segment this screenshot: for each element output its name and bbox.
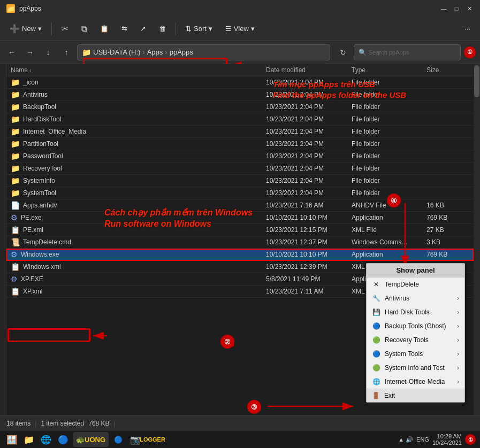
breadcrumb-folder-icon: 📁	[82, 48, 91, 57]
file-name: 📁 BackupTool	[11, 103, 266, 111]
menu-item-icon: 🔧	[372, 294, 380, 303]
sort-label: Sort	[194, 25, 207, 33]
file-size: 769 KB	[426, 214, 469, 221]
sort-chevron: ▾	[209, 25, 212, 33]
file-type-icon: 📁	[11, 140, 20, 148]
paste-button[interactable]: 📋	[95, 22, 114, 35]
more-button[interactable]: ···	[459, 22, 476, 35]
menu-item-label: Hard Disk Tools	[385, 308, 430, 316]
table-row[interactable]: 📁 Antivirus 10/23/2021 2:04 PM File fold…	[6, 89, 474, 101]
table-row[interactable]: 📜 TempDelete.cmd 10/23/2021 12:37 PM Win…	[6, 236, 474, 249]
table-row[interactable]: 📁 HardDiskTool 10/23/2021 2:04 PM File f…	[6, 113, 474, 126]
file-type: File folder	[352, 103, 426, 111]
taskbar-right: ▲ 🔊 ENG 10:29 AM 10/24/2021 ①	[398, 433, 476, 446]
col-date[interactable]: Date modified	[266, 66, 352, 74]
recent-button[interactable]: ↓	[41, 45, 56, 60]
cut-icon: ✂	[62, 24, 68, 34]
col-size[interactable]: Size	[426, 66, 469, 74]
share-button[interactable]: ↗	[135, 22, 151, 35]
table-row[interactable]: ⚙ PE.exe 10/10/2021 10:10 PM Application…	[6, 212, 474, 224]
breadcrumb[interactable]: 📁 USB-DATA (H:) › Apps › ppApps	[77, 44, 330, 60]
table-row[interactable]: ⚙ Windows.exe 10/10/2021 10:10 PM Applic…	[6, 249, 474, 261]
new-button[interactable]: ➕ New ▾	[4, 22, 47, 36]
file-name-text: XP.EXE	[21, 275, 43, 283]
forward-button[interactable]: →	[22, 45, 37, 60]
taskbar-app2[interactable]: 🐢UONG	[73, 432, 109, 447]
file-name-text: RecoveryTool	[23, 165, 62, 172]
table-row[interactable]: 📁 SystemTool 10/23/2021 2:04 PM File fol…	[6, 187, 474, 199]
table-row[interactable]: 📄 Apps.anhdv 10/23/2021 7:16 AM ANHDV Fi…	[6, 199, 474, 212]
table-row[interactable]: 📁 SystemInfo 10/23/2021 2:04 PM File fol…	[6, 175, 474, 187]
file-name: 📁 _icon	[11, 78, 266, 87]
sort-button[interactable]: ⇅ Sort ▾	[180, 22, 218, 35]
language[interactable]: ENG	[416, 436, 429, 443]
file-size: 27 KB	[426, 226, 469, 234]
file-date: 10/23/2021 7:11 AM	[266, 288, 352, 295]
scrollbar[interactable]	[474, 64, 480, 415]
maximize-button[interactable]: □	[452, 4, 461, 13]
breadcrumb-apps[interactable]: Apps	[147, 48, 163, 56]
menu-item[interactable]: 🌐 Internet-Office-Media ›	[367, 375, 464, 389]
menu-item[interactable]: 🔧 Antivirus ›	[367, 291, 464, 305]
file-type: File folder	[352, 165, 426, 172]
submenu-arrow: ›	[457, 295, 459, 302]
scrollbar-thumb[interactable]	[474, 65, 479, 97]
menu-item[interactable]: ✕ TempDelete	[367, 277, 464, 291]
file-date: 10/23/2021 2:04 PM	[266, 91, 352, 98]
table-row[interactable]: 📁 RecoveryTool 10/23/2021 2:04 PM File f…	[6, 163, 474, 175]
exit-menu-item[interactable]: 🚪 Exit	[367, 389, 464, 402]
title-bar: 📁 ppApps — □ ✕	[0, 0, 480, 17]
taskbar-app3[interactable]: 🔵	[111, 432, 126, 447]
share-icon: ↗	[140, 25, 146, 33]
taskbar: 🪟 📁 🌐 🔵 🐢UONG 🔵 📷 LOGGER ▲ 🔊 ENG 10:29 A…	[0, 431, 480, 448]
col-name[interactable]: Name	[11, 66, 266, 74]
refresh-button[interactable]: ↻	[336, 45, 351, 60]
breadcrumb-drive[interactable]: USB-DATA (H:)	[93, 48, 140, 56]
menu-item[interactable]: 💾 Hard Disk Tools ›	[367, 305, 464, 319]
table-row[interactable]: 📁 _icon 10/23/2021 2:04 PM File folder	[6, 76, 474, 89]
file-date: 10/23/2021 2:04 PM	[266, 128, 352, 135]
table-row[interactable]: 📋 PE.xml 10/23/2021 12:15 PM XML File 27…	[6, 224, 474, 236]
file-date: 10/23/2021 2:04 PM	[266, 115, 352, 123]
breadcrumb-ppapps[interactable]: ppApps	[170, 48, 193, 56]
close-button[interactable]: ✕	[465, 4, 474, 13]
search-bar[interactable]: 🔍 Search ppApps	[354, 44, 461, 60]
minimize-button[interactable]: —	[439, 4, 448, 13]
menu-item[interactable]: 🔵 System Tools ›	[367, 347, 464, 361]
nav-panel	[0, 64, 6, 415]
submenu-arrow: ›	[457, 364, 459, 372]
move-button[interactable]: ⇆	[116, 22, 133, 35]
menu-item[interactable]: 🟢 Recovery Tools ›	[367, 333, 464, 347]
file-name: 📄 Apps.anhdv	[11, 201, 266, 210]
taskbar-app1[interactable]: 🔵	[56, 432, 71, 447]
file-date: 10/23/2021 12:37 PM	[266, 238, 352, 246]
file-name: 📁 PartitionTool	[11, 140, 266, 148]
table-row[interactable]: 📁 PasswordTool 10/23/2021 2:04 PM File f…	[6, 150, 474, 163]
cut-button[interactable]: ✂	[56, 22, 74, 36]
time: 10:29 AM	[432, 433, 462, 439]
copy-button[interactable]: ⧉	[76, 22, 93, 36]
table-row[interactable]: 📁 BackupTool 10/23/2021 2:04 PM File fol…	[6, 101, 474, 113]
menu-item[interactable]: 🟢 System Info and Test ›	[367, 361, 464, 375]
menu-item-label: Internet-Office-Media	[385, 378, 445, 385]
taskbar-folder[interactable]: 📁	[21, 432, 36, 447]
start-button[interactable]: 🪟	[4, 432, 19, 447]
more-label: ···	[464, 25, 470, 33]
table-row[interactable]: 📁 PartitionTool 10/23/2021 2:04 PM File …	[6, 138, 474, 150]
taskbar-app5[interactable]: LOGGER	[145, 432, 160, 447]
back-button[interactable]: ←	[4, 45, 19, 60]
menu-item[interactable]: 🔵 Backup Tools (Ghost) ›	[367, 319, 464, 333]
sep2: ›	[165, 48, 167, 56]
view-label: View	[234, 25, 249, 33]
view-button[interactable]: ☰ View ▾	[220, 22, 260, 35]
file-header: Name Date modified Type Size	[6, 64, 474, 76]
file-name-text: Windows.exe	[21, 251, 59, 258]
col-type[interactable]: Type	[352, 66, 426, 74]
delete-button[interactable]: 🗑	[154, 22, 171, 35]
taskbar-browser[interactable]: 🌐	[39, 432, 54, 447]
sort-icon: ⇅	[186, 25, 192, 33]
up-button[interactable]: ↑	[59, 45, 74, 60]
file-type-icon: 📁	[11, 115, 20, 123]
menu-item-icon: ✕	[372, 280, 380, 289]
table-row[interactable]: 📁 Internet_Office_Media 10/23/2021 2:04 …	[6, 126, 474, 138]
